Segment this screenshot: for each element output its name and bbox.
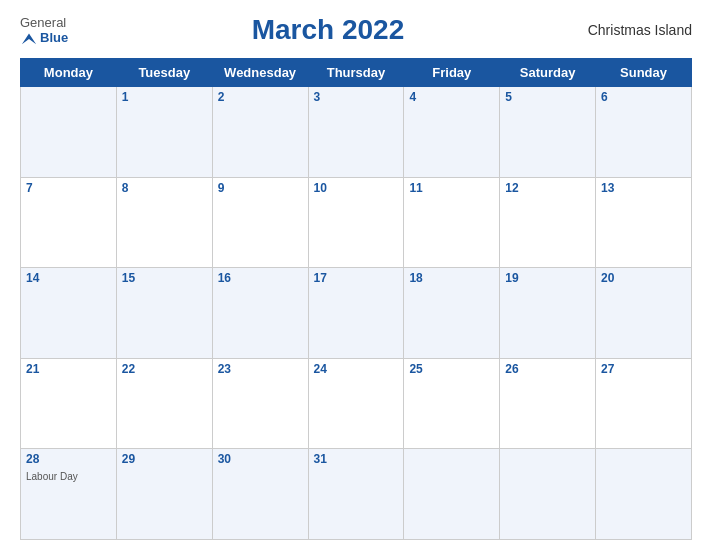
day-number: 17 (314, 271, 399, 285)
day-number: 23 (218, 362, 303, 376)
calendar-day-cell: 5 (500, 87, 596, 178)
region-label: Christmas Island (588, 22, 692, 38)
calendar-day-cell: 27 (596, 358, 692, 449)
day-number: 25 (409, 362, 494, 376)
calendar-day-cell: 14 (21, 268, 117, 359)
calendar-week-row: 123456 (21, 87, 692, 178)
calendar-day-cell: 3 (308, 87, 404, 178)
calendar-day-cell: 29 (116, 449, 212, 540)
svg-marker-0 (22, 33, 36, 44)
day-number: 30 (218, 452, 303, 466)
day-number: 24 (314, 362, 399, 376)
day-number: 11 (409, 181, 494, 195)
day-number: 8 (122, 181, 207, 195)
day-number: 13 (601, 181, 686, 195)
header-thursday: Thursday (308, 59, 404, 87)
logo-general-text: General (20, 15, 66, 30)
calendar-day-cell: 13 (596, 177, 692, 268)
calendar-day-cell: 21 (21, 358, 117, 449)
day-number: 10 (314, 181, 399, 195)
calendar-day-cell: 12 (500, 177, 596, 268)
calendar-day-cell: 30 (212, 449, 308, 540)
day-number: 1 (122, 90, 207, 104)
day-number: 29 (122, 452, 207, 466)
calendar-day-cell: 26 (500, 358, 596, 449)
calendar-day-cell: 6 (596, 87, 692, 178)
calendar-day-cell: 7 (21, 177, 117, 268)
day-number: 4 (409, 90, 494, 104)
header-monday: Monday (21, 59, 117, 87)
calendar-day-cell: 20 (596, 268, 692, 359)
calendar-day-cell: 24 (308, 358, 404, 449)
calendar-day-cell: 16 (212, 268, 308, 359)
header-sunday: Sunday (596, 59, 692, 87)
calendar-day-cell (21, 87, 117, 178)
calendar-day-cell: 2 (212, 87, 308, 178)
calendar-week-row: 14151617181920 (21, 268, 692, 359)
day-number: 6 (601, 90, 686, 104)
day-number: 27 (601, 362, 686, 376)
header-saturday: Saturday (500, 59, 596, 87)
day-number: 15 (122, 271, 207, 285)
calendar-title: March 2022 (252, 14, 405, 46)
calendar-table: Monday Tuesday Wednesday Thursday Friday… (20, 58, 692, 540)
header-tuesday: Tuesday (116, 59, 212, 87)
weekday-header-row: Monday Tuesday Wednesday Thursday Friday… (21, 59, 692, 87)
calendar-day-cell (404, 449, 500, 540)
calendar-day-cell: 1 (116, 87, 212, 178)
calendar-day-cell: 9 (212, 177, 308, 268)
day-number: 14 (26, 271, 111, 285)
calendar-week-row: 78910111213 (21, 177, 692, 268)
calendar-day-cell: 23 (212, 358, 308, 449)
calendar-day-cell: 18 (404, 268, 500, 359)
calendar-day-cell: 25 (404, 358, 500, 449)
calendar-header: General Blue March 2022 Christmas Island (20, 10, 692, 50)
day-number: 20 (601, 271, 686, 285)
day-number: 22 (122, 362, 207, 376)
calendar-day-cell: 8 (116, 177, 212, 268)
day-number: 18 (409, 271, 494, 285)
calendar-day-cell: 17 (308, 268, 404, 359)
calendar-day-cell (500, 449, 596, 540)
logo-blue-text: Blue (20, 30, 68, 46)
calendar-day-cell: 19 (500, 268, 596, 359)
day-number: 9 (218, 181, 303, 195)
calendar-week-row: 21222324252627 (21, 358, 692, 449)
logo-bird-icon (20, 30, 38, 46)
calendar-day-cell: 31 (308, 449, 404, 540)
calendar-day-cell: 22 (116, 358, 212, 449)
day-number: 5 (505, 90, 590, 104)
calendar-week-row: 28Labour Day293031 (21, 449, 692, 540)
day-number: 31 (314, 452, 399, 466)
day-number: 12 (505, 181, 590, 195)
header-wednesday: Wednesday (212, 59, 308, 87)
day-number: 19 (505, 271, 590, 285)
day-number: 28 (26, 452, 111, 466)
day-number: 2 (218, 90, 303, 104)
day-number: 16 (218, 271, 303, 285)
day-event: Labour Day (26, 471, 78, 482)
calendar-day-cell: 28Labour Day (21, 449, 117, 540)
header-friday: Friday (404, 59, 500, 87)
calendar-day-cell: 11 (404, 177, 500, 268)
logo: General Blue (20, 15, 68, 46)
calendar-day-cell: 4 (404, 87, 500, 178)
day-number: 3 (314, 90, 399, 104)
day-number: 26 (505, 362, 590, 376)
day-number: 7 (26, 181, 111, 195)
day-number: 21 (26, 362, 111, 376)
calendar-day-cell: 15 (116, 268, 212, 359)
calendar-day-cell (596, 449, 692, 540)
calendar-day-cell: 10 (308, 177, 404, 268)
